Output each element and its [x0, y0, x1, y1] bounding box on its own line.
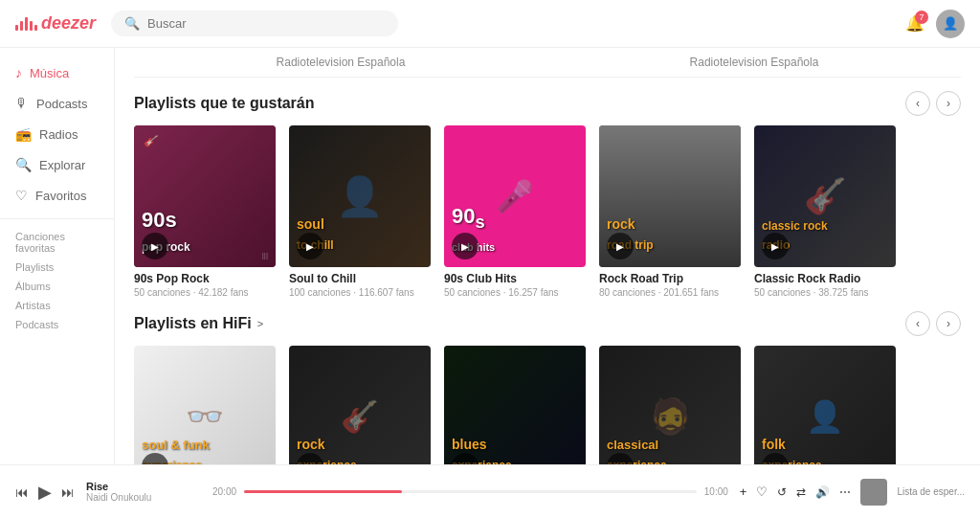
hifi-nav: ‹ ›	[905, 311, 961, 336]
sidebar-sub-artistas[interactable]: Artistas	[0, 296, 114, 315]
logo-bar5	[34, 25, 37, 31]
thumb-label-soul-funk1: soul & funk	[142, 438, 210, 453]
player-right: + ♡ ↺ ⇄ 🔊 ⋯ Lista de esper...	[740, 479, 965, 506]
add-to-playlist-button[interactable]: +	[740, 484, 747, 499]
play-button-classic-rock[interactable]: ▶	[762, 233, 789, 259]
sidebar-item-podcasts[interactable]: 🎙 Podcasts	[0, 88, 114, 119]
playlist-name-90s-club: 90s Club Hits	[444, 272, 586, 285]
repeat-button[interactable]: ↺	[777, 485, 787, 499]
play-button-rock-road[interactable]: ▶	[607, 233, 634, 259]
playlists-next-button[interactable]: ›	[936, 91, 961, 116]
favorite-button[interactable]: ♡	[756, 484, 768, 499]
playlist-card-rock-road[interactable]: rock road trip ▶ Rock Road Trip 80 canci…	[599, 125, 741, 298]
sidebar-item-radios[interactable]: 📻 Radios	[0, 119, 114, 149]
playlist-thumb-90s-club: 🎤 90s club hits ▶	[444, 125, 586, 267]
hifi-next-button[interactable]: ›	[936, 311, 961, 336]
progress-bar[interactable]	[244, 490, 697, 493]
notification-badge: 7	[915, 11, 928, 24]
heart-icon: ♡	[15, 188, 28, 203]
queue-label: Lista de esper...	[897, 486, 965, 497]
logo-bar4	[30, 21, 33, 31]
thumb-label-classic: classic rock	[762, 219, 828, 233]
play-button-90s-pop[interactable]: ▶	[142, 233, 168, 259]
hifi-card-soul-funk[interactable]: 👓 soul & funk experience ▶ Soul Funk Exp…	[134, 346, 276, 464]
logo-bar3	[25, 17, 28, 31]
progress-fill	[244, 490, 402, 493]
playlist-meta-soul-chill: 100 canciones · 116.607 fans	[289, 287, 431, 298]
search-bar[interactable]: 🔍	[111, 11, 398, 36]
prev-button[interactable]: ⏮	[15, 484, 29, 500]
player-controls: ⏮ ▶ ⏭	[15, 482, 75, 503]
hifi-card-folk-exp[interactable]: 👤 folk experience ▶ Folk Experience 50 c…	[754, 346, 896, 464]
player-avatar	[860, 479, 887, 506]
thumb-label-classical1: classical	[607, 438, 658, 453]
radio-icon: 📻	[15, 126, 32, 142]
sidebar-item-musica[interactable]: ♪ Música	[0, 57, 114, 88]
hifi-thumb-blues-exp: blues experience ▶	[444, 346, 586, 464]
playlist-thumb-90s-pop: 🎸 90s pop rock ▶ |||	[134, 125, 276, 267]
playlists-section-title: Playlists que te gustarán	[134, 95, 315, 112]
radio-strip-left[interactable]: Radiotelevision Española	[277, 56, 406, 69]
playlist-meta-classic-rock: 50 canciones · 38.725 fans	[754, 287, 896, 298]
hifi-prev-button[interactable]: ‹	[905, 311, 930, 336]
sidebar-divider	[0, 218, 114, 219]
sidebar-sub-canciones[interactable]: Canciones favoritas	[0, 227, 114, 258]
sidebar-sub-podcasts-sub[interactable]: Podcasts	[0, 315, 114, 334]
more-options-button[interactable]: ⋯	[839, 485, 851, 499]
logo-bar1	[15, 25, 18, 31]
hifi-thumb-folk-exp: 👤 folk experience ▶	[754, 346, 896, 464]
hifi-thumb-rock-exp: 🎸 rock experience ▶	[289, 346, 431, 464]
hifi-card-classical-exp[interactable]: 🧔 classical experience ▶ Classical Exper…	[599, 346, 741, 464]
search-input[interactable]	[147, 16, 385, 31]
sidebar-item-explorar[interactable]: 🔍 Explorar	[0, 149, 114, 180]
notifications-button[interactable]: 🔔 7	[905, 14, 924, 33]
progress-area: 20:00 10:00	[212, 486, 728, 497]
logo-text: deezer	[41, 13, 96, 34]
play-pause-button[interactable]: ▶	[38, 482, 52, 503]
logo-bar2	[20, 21, 23, 31]
playlist-thumb-rock-road: rock road trip ▶	[599, 125, 741, 267]
search-icon: 🔍	[124, 16, 140, 31]
sidebar-item-favoritos[interactable]: ♡ Favoritos	[0, 180, 114, 211]
play-button-90s-club[interactable]: ▶	[452, 233, 479, 259]
playlist-card-90s-club[interactable]: 🎤 90s club hits ▶ 90s Club Hits 50 canci…	[444, 125, 586, 298]
playlist-thumb-classic-rock: 🎸 classic rock radio ▶	[754, 125, 896, 267]
hifi-link[interactable]: >	[257, 318, 263, 329]
shuffle-button[interactable]: ⇄	[796, 485, 806, 499]
sidebar-sub-playlists[interactable]: Playlists	[0, 258, 114, 277]
sidebar: ♪ Música 🎙 Podcasts 📻 Radios 🔍 Explorar …	[0, 48, 115, 464]
playlist-name-90s-pop: 90s Pop Rock	[134, 272, 276, 285]
logo[interactable]: deezer	[15, 13, 96, 34]
music-icon: ♪	[15, 65, 22, 80]
playlists-nav: ‹ ›	[905, 91, 961, 116]
playlist-card-classic-rock[interactable]: 🎸 classic rock radio ▶ Classic Rock Radi…	[754, 125, 896, 298]
radio-strip-right[interactable]: Radiotelevision Española	[690, 56, 819, 69]
hifi-card-rock-exp[interactable]: 🎸 rock experience ▶ Rock Experience 50 c…	[289, 346, 431, 464]
sidebar-label-radios: Radios	[39, 127, 78, 142]
player-track-info: Rise Naidi Onukoulu	[86, 481, 201, 503]
time-total: 10:00	[704, 486, 728, 497]
next-button[interactable]: ⏭	[61, 484, 75, 500]
thumb-label-90s-pop: 90s	[142, 208, 177, 233]
sidebar-label-musica: Música	[30, 66, 69, 80]
explore-icon: 🔍	[15, 157, 32, 172]
player: ⏮ ▶ ⏭ Rise Naidi Onukoulu 20:00 10:00 + …	[0, 464, 980, 518]
playlists-prev-button[interactable]: ‹	[905, 91, 930, 116]
playlist-card-soul-to-chill[interactable]: 👤 soul to chill ▶ Soul to Chill 100 canc…	[289, 125, 431, 298]
main-content: Radiotelevision Española Radiotelevision…	[115, 48, 980, 464]
playlist-meta-rock-road: 80 canciones · 201.651 fans	[599, 287, 741, 298]
playlist-card-90s-pop-rock[interactable]: 🎸 90s pop rock ▶ ||| 90s Pop Rock 50 can…	[134, 125, 276, 298]
volume-button[interactable]: 🔊	[815, 485, 830, 499]
play-button-soul-chill[interactable]: ▶	[297, 233, 323, 259]
player-track-title: Rise	[86, 481, 201, 492]
hifi-thumb-classical-exp: 🧔 classical experience ▶	[599, 346, 741, 464]
user-avatar[interactable]: 👤	[936, 10, 965, 38]
playlist-meta-90s-club: 50 canciones · 16.257 fans	[444, 287, 586, 298]
hifi-title-group: Playlists en HiFi >	[134, 315, 263, 332]
sidebar-sub-albums[interactable]: Álbums	[0, 277, 114, 296]
top-right: 🔔 7 👤	[905, 10, 965, 38]
thumb-label-90s-club: 90s	[452, 204, 485, 233]
thumb-label-rock: rock	[607, 216, 635, 233]
hifi-card-blues-exp[interactable]: blues experience ▶ Blues Experience 50 c…	[444, 346, 586, 464]
sidebar-label-explorar: Explorar	[39, 158, 85, 172]
